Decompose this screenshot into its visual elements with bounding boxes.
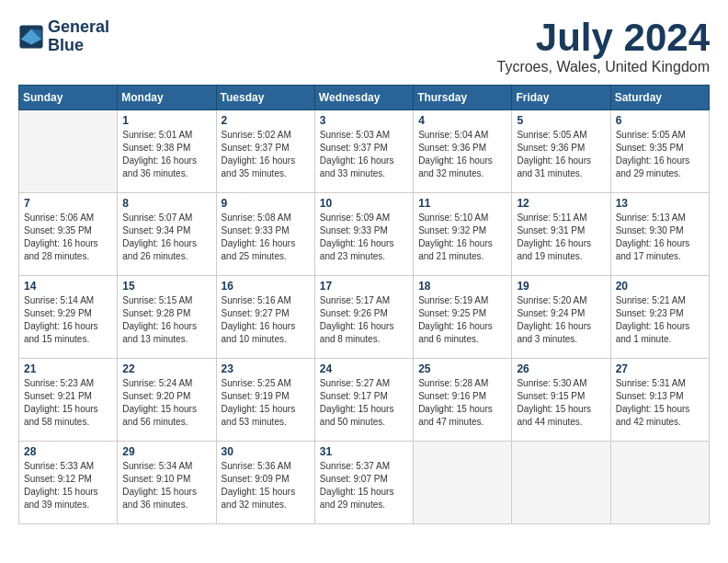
calendar-cell: 18Sunrise: 5:19 AM Sunset: 9:25 PM Dayli… xyxy=(414,276,512,359)
day-number: 24 xyxy=(320,362,408,375)
day-number: 11 xyxy=(418,197,506,210)
day-number: 12 xyxy=(517,197,605,210)
calendar-table: Sunday Monday Tuesday Wednesday Thursday… xyxy=(18,85,710,524)
day-number: 31 xyxy=(320,445,408,458)
calendar-cell: 4Sunrise: 5:04 AM Sunset: 9:36 PM Daylig… xyxy=(414,110,512,193)
col-monday: Monday xyxy=(118,86,216,110)
day-info: Sunrise: 5:17 AM Sunset: 9:26 PM Dayligh… xyxy=(320,294,408,346)
calendar-cell: 19Sunrise: 5:20 AM Sunset: 9:24 PM Dayli… xyxy=(512,276,610,359)
day-number: 13 xyxy=(616,197,704,210)
calendar-cell: 28Sunrise: 5:33 AM Sunset: 9:12 PM Dayli… xyxy=(19,442,118,524)
calendar-cell: 21Sunrise: 5:23 AM Sunset: 9:21 PM Dayli… xyxy=(19,359,118,442)
day-number: 14 xyxy=(24,280,112,293)
day-number: 21 xyxy=(24,362,112,375)
calendar-cell: 3Sunrise: 5:03 AM Sunset: 9:37 PM Daylig… xyxy=(314,110,413,193)
calendar-row-4: 28Sunrise: 5:33 AM Sunset: 9:12 PM Dayli… xyxy=(19,442,710,524)
day-number: 16 xyxy=(222,280,310,293)
logo-line1: General xyxy=(48,18,109,37)
calendar-cell: 8Sunrise: 5:07 AM Sunset: 9:34 PM Daylig… xyxy=(118,193,216,276)
calendar-cell: 11Sunrise: 5:10 AM Sunset: 9:32 PM Dayli… xyxy=(414,193,512,276)
day-info: Sunrise: 5:02 AM Sunset: 9:37 PM Dayligh… xyxy=(222,129,310,180)
calendar-cell: 27Sunrise: 5:31 AM Sunset: 9:13 PM Dayli… xyxy=(610,359,709,442)
day-info: Sunrise: 5:27 AM Sunset: 9:17 PM Dayligh… xyxy=(320,377,408,429)
day-number: 28 xyxy=(24,445,112,458)
day-number: 10 xyxy=(320,197,408,210)
day-number: 20 xyxy=(616,280,704,293)
day-info: Sunrise: 5:16 AM Sunset: 9:27 PM Dayligh… xyxy=(222,294,310,346)
calendar-cell: 13Sunrise: 5:13 AM Sunset: 9:30 PM Dayli… xyxy=(610,193,709,276)
day-number: 18 xyxy=(418,280,506,293)
header-row: Sunday Monday Tuesday Wednesday Thursday… xyxy=(19,86,710,110)
col-friday: Friday xyxy=(512,86,610,110)
calendar-cell: 26Sunrise: 5:30 AM Sunset: 9:15 PM Dayli… xyxy=(512,359,610,442)
day-info: Sunrise: 5:21 AM Sunset: 9:23 PM Dayligh… xyxy=(616,294,704,346)
day-info: Sunrise: 5:36 AM Sunset: 9:09 PM Dayligh… xyxy=(222,460,310,511)
day-number: 22 xyxy=(122,362,210,375)
day-info: Sunrise: 5:33 AM Sunset: 9:12 PM Dayligh… xyxy=(24,460,112,511)
day-info: Sunrise: 5:28 AM Sunset: 9:16 PM Dayligh… xyxy=(418,377,506,429)
day-info: Sunrise: 5:13 AM Sunset: 9:30 PM Dayligh… xyxy=(616,212,704,263)
day-info: Sunrise: 5:03 AM Sunset: 9:37 PM Dayligh… xyxy=(320,129,408,180)
day-number: 4 xyxy=(418,114,506,127)
day-info: Sunrise: 5:10 AM Sunset: 9:32 PM Dayligh… xyxy=(418,212,506,263)
calendar-cell: 16Sunrise: 5:16 AM Sunset: 9:27 PM Dayli… xyxy=(216,276,314,359)
col-sunday: Sunday xyxy=(19,86,118,110)
logo-line2: Blue xyxy=(48,37,109,55)
day-info: Sunrise: 5:01 AM Sunset: 9:38 PM Dayligh… xyxy=(122,129,210,180)
day-info: Sunrise: 5:37 AM Sunset: 9:07 PM Dayligh… xyxy=(320,460,408,511)
calendar-cell xyxy=(414,442,512,524)
calendar-cell xyxy=(610,442,709,524)
day-info: Sunrise: 5:05 AM Sunset: 9:36 PM Dayligh… xyxy=(517,129,605,180)
calendar-cell: 22Sunrise: 5:24 AM Sunset: 9:20 PM Dayli… xyxy=(118,359,216,442)
location-title: Tycroes, Wales, United Kingdom xyxy=(497,59,711,75)
day-info: Sunrise: 5:30 AM Sunset: 9:15 PM Dayligh… xyxy=(517,377,605,429)
day-number: 26 xyxy=(517,362,605,375)
day-info: Sunrise: 5:07 AM Sunset: 9:34 PM Dayligh… xyxy=(122,212,210,263)
day-number: 7 xyxy=(24,197,112,210)
calendar-cell: 23Sunrise: 5:25 AM Sunset: 9:19 PM Dayli… xyxy=(216,359,314,442)
day-info: Sunrise: 5:09 AM Sunset: 9:33 PM Dayligh… xyxy=(320,212,408,263)
day-info: Sunrise: 5:34 AM Sunset: 9:10 PM Dayligh… xyxy=(122,460,210,511)
day-info: Sunrise: 5:14 AM Sunset: 9:29 PM Dayligh… xyxy=(24,294,112,346)
day-info: Sunrise: 5:04 AM Sunset: 9:36 PM Dayligh… xyxy=(418,129,506,180)
day-info: Sunrise: 5:06 AM Sunset: 9:35 PM Dayligh… xyxy=(24,212,112,263)
day-info: Sunrise: 5:31 AM Sunset: 9:13 PM Dayligh… xyxy=(616,377,704,429)
calendar-cell: 1Sunrise: 5:01 AM Sunset: 9:38 PM Daylig… xyxy=(118,110,216,193)
calendar-header: Sunday Monday Tuesday Wednesday Thursday… xyxy=(19,86,710,110)
day-number: 30 xyxy=(222,445,310,458)
calendar-cell xyxy=(512,442,610,524)
calendar-cell: 30Sunrise: 5:36 AM Sunset: 9:09 PM Dayli… xyxy=(216,442,314,524)
day-info: Sunrise: 5:08 AM Sunset: 9:33 PM Dayligh… xyxy=(222,212,310,263)
calendar-cell: 2Sunrise: 5:02 AM Sunset: 9:37 PM Daylig… xyxy=(216,110,314,193)
day-info: Sunrise: 5:23 AM Sunset: 9:21 PM Dayligh… xyxy=(24,377,112,429)
col-thursday: Thursday xyxy=(414,86,512,110)
day-number: 19 xyxy=(517,280,605,293)
logo-text: General Blue xyxy=(48,18,109,55)
day-number: 25 xyxy=(418,362,506,375)
page-header: General Blue July 2024 Tycroes, Wales, U… xyxy=(18,18,710,75)
day-info: Sunrise: 5:20 AM Sunset: 9:24 PM Dayligh… xyxy=(517,294,605,346)
col-saturday: Saturday xyxy=(610,86,709,110)
calendar-cell: 15Sunrise: 5:15 AM Sunset: 9:28 PM Dayli… xyxy=(118,276,216,359)
calendar-cell: 24Sunrise: 5:27 AM Sunset: 9:17 PM Dayli… xyxy=(314,359,413,442)
calendar-cell: 17Sunrise: 5:17 AM Sunset: 9:26 PM Dayli… xyxy=(314,276,413,359)
day-number: 27 xyxy=(616,362,704,375)
calendar-cell: 5Sunrise: 5:05 AM Sunset: 9:36 PM Daylig… xyxy=(512,110,610,193)
day-number: 6 xyxy=(616,114,704,127)
calendar-cell: 10Sunrise: 5:09 AM Sunset: 9:33 PM Dayli… xyxy=(314,193,413,276)
day-number: 15 xyxy=(122,280,210,293)
title-area: July 2024 Tycroes, Wales, United Kingdom xyxy=(497,18,711,75)
logo: General Blue xyxy=(18,18,109,55)
calendar-cell: 6Sunrise: 5:05 AM Sunset: 9:35 PM Daylig… xyxy=(610,110,709,193)
col-tuesday: Tuesday xyxy=(216,86,314,110)
calendar-cell: 7Sunrise: 5:06 AM Sunset: 9:35 PM Daylig… xyxy=(19,193,118,276)
calendar-cell: 9Sunrise: 5:08 AM Sunset: 9:33 PM Daylig… xyxy=(216,193,314,276)
day-number: 23 xyxy=(222,362,310,375)
logo-icon xyxy=(18,24,44,50)
day-number: 2 xyxy=(222,114,310,127)
day-info: Sunrise: 5:11 AM Sunset: 9:31 PM Dayligh… xyxy=(517,212,605,263)
calendar-row-0: 1Sunrise: 5:01 AM Sunset: 9:38 PM Daylig… xyxy=(19,110,710,193)
calendar-cell: 31Sunrise: 5:37 AM Sunset: 9:07 PM Dayli… xyxy=(314,442,413,524)
calendar-cell: 29Sunrise: 5:34 AM Sunset: 9:10 PM Dayli… xyxy=(118,442,216,524)
month-title: July 2024 xyxy=(497,18,711,57)
